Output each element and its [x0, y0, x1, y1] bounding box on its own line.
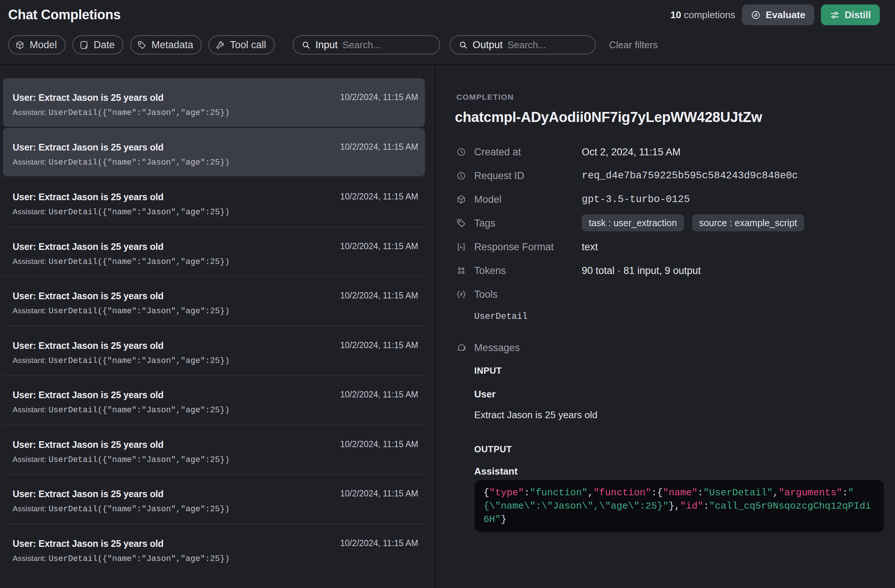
tool-name: UserDetail	[474, 311, 528, 321]
chat-completions-page: Chat Completions 10 completions Evaluate…	[0, 0, 895, 588]
detail-value: gpt-3.5-turbo-0125	[582, 194, 690, 205]
item-assistant-text: Assistant: UserDetail({"name":"Jason","a…	[13, 355, 418, 366]
detail-row-response-format: Response Formattext	[457, 240, 882, 254]
completions-count: 10 completions	[670, 9, 735, 21]
detail-row-created-at: Created atOct 2, 2024, 11:15 AM	[457, 145, 882, 159]
speech-bubble-icon	[457, 343, 474, 353]
detail-label: Tools	[474, 289, 582, 300]
output-role: Assistant	[474, 466, 517, 477]
evaluate-button-label: Evaluate	[766, 9, 805, 21]
tag-chip: source : example_script	[692, 214, 804, 231]
completion-list-item[interactable]: User: Extract Jason is 25 years old Assi…	[3, 524, 425, 574]
detail-label: Tokens	[474, 265, 582, 277]
completion-id: chatcmpl-ADyAodii0NF7ig7yLepWW428UJtZw	[455, 109, 762, 125]
evaluate-icon	[751, 10, 761, 20]
info-icon	[457, 171, 474, 180]
completion-list-item[interactable]: User: Extract Jason is 25 years old Assi…	[3, 227, 425, 277]
completions-count-number: 10	[670, 9, 681, 20]
filter-pill-label: Tool call	[230, 39, 266, 51]
tag-icon	[457, 218, 474, 228]
braces-function-icon	[457, 289, 474, 299]
detail-label: Model	[474, 194, 582, 205]
detail-value: req_d4e7ba759225b595c584243d9c848e0c	[582, 170, 798, 181]
completion-eyebrow: COMPLETION	[457, 93, 514, 102]
filter-pill-label: Date	[94, 39, 115, 51]
input-search-placeholder: Search...	[343, 39, 381, 51]
page-title: Chat Completions	[8, 7, 120, 23]
item-timestamp: 10/2/2024, 11:15 AM	[340, 489, 418, 499]
calendar-icon	[79, 40, 89, 50]
output-search-placeholder: Search...	[508, 39, 546, 51]
completion-list-item[interactable]: User: Extract Jason is 25 years old Assi…	[3, 177, 425, 227]
detail-value: text	[582, 241, 598, 253]
input-search-field[interactable]: Input Search...	[293, 35, 440, 55]
item-timestamp: 10/2/2024, 11:15 AM	[340, 439, 418, 449]
completion-list-item[interactable]: User: Extract Jason is 25 years old Assi…	[3, 326, 425, 376]
messages-label: Messages	[474, 342, 520, 354]
detail-label: Created at	[474, 147, 582, 158]
item-timestamp: 10/2/2024, 11:15 AM	[340, 92, 418, 102]
tags-chips: task : user_extractionsource : example_s…	[582, 214, 804, 231]
completion-list-item[interactable]: User: Extract Jason is 25 years old Assi…	[3, 128, 425, 177]
item-timestamp: 10/2/2024, 11:15 AM	[340, 142, 418, 152]
item-timestamp: 10/2/2024, 11:15 AM	[340, 291, 418, 301]
filter-pill-metadata[interactable]: Metadata	[130, 35, 202, 55]
input-message-text: Extract Jason is 25 years old	[474, 409, 597, 421]
response-format-icon	[457, 242, 474, 252]
item-timestamp: 10/2/2024, 11:15 AM	[340, 340, 418, 350]
detail-value: Oct 2, 2024, 11:15 AM	[582, 147, 681, 158]
search-icon	[459, 40, 468, 50]
distill-button-label: Distill	[845, 9, 871, 21]
detail-row-tags: Tagstask : user_extractionsource : examp…	[457, 217, 882, 230]
filter-pill-model[interactable]: Model	[8, 35, 66, 55]
filter-pill-tool-call[interactable]: Tool call	[208, 35, 275, 55]
detail-row-request-id: Request IDreq_d4e7ba759225b595c584243d9c…	[457, 169, 882, 182]
clear-filters-button[interactable]: Clear filters	[609, 39, 658, 51]
grid-dots-icon	[457, 266, 474, 276]
detail-label: Tags	[474, 218, 582, 229]
item-assistant-text: Assistant: UserDetail({"name":"Jason","a…	[13, 306, 418, 317]
completion-list-item[interactable]: User: Extract Jason is 25 years old Assi…	[3, 276, 425, 326]
output-search-label: Output	[473, 39, 503, 51]
search-icon	[302, 40, 311, 50]
sliders-icon	[830, 10, 840, 20]
distill-button[interactable]: Distill	[821, 5, 880, 25]
filter-bar: ModelDateMetadataTool call Input Search.…	[8, 35, 658, 55]
completion-detail-panel: COMPLETION chatcmpl-ADyAodii0NF7ig7yLepW…	[435, 65, 895, 588]
completion-list-item[interactable]: User: Extract Jason is 25 years old Assi…	[3, 375, 425, 425]
input-section-heading: INPUT	[474, 365, 502, 376]
detail-value: 90 total · 81 input, 9 output	[582, 265, 701, 277]
wrench-icon	[215, 40, 225, 50]
item-timestamp: 10/2/2024, 11:15 AM	[340, 241, 418, 252]
item-assistant-text: Assistant: UserDetail({"name":"Jason","a…	[13, 503, 418, 515]
detail-row-tools: Tools	[457, 288, 882, 301]
detail-label: Response Format	[474, 241, 582, 253]
output-search-field[interactable]: Output Search...	[450, 35, 596, 55]
item-assistant-text: Assistant: UserDetail({"name":"Jason","a…	[13, 454, 418, 465]
detail-label: Request ID	[474, 170, 582, 182]
output-code-block: {"type":"function","function":{"name":"U…	[475, 480, 884, 532]
filter-pill-label: Metadata	[152, 39, 194, 51]
input-role: User	[474, 388, 496, 400]
item-timestamp: 10/2/2024, 11:15 AM	[340, 192, 418, 202]
cube-icon	[457, 195, 474, 204]
evaluate-button[interactable]: Evaluate	[742, 5, 814, 25]
tag-icon	[137, 40, 146, 50]
cube-icon	[15, 40, 24, 50]
completions-count-label: completions	[681, 9, 735, 20]
completions-list: User: Extract Jason is 25 years old Assi…	[0, 65, 434, 588]
item-assistant-text: Assistant: UserDetail({"name":"Jason","a…	[13, 405, 418, 415]
completion-list-item[interactable]: User: Extract Jason is 25 years old Assi…	[3, 425, 425, 474]
filter-pill-date[interactable]: Date	[72, 35, 123, 55]
item-timestamp: 10/2/2024, 11:15 AM	[340, 538, 418, 548]
item-timestamp: 10/2/2024, 11:15 AM	[340, 389, 418, 400]
clock-icon	[457, 147, 474, 157]
header-actions: 10 completions Evaluate Distill	[670, 5, 880, 25]
item-assistant-text: Assistant: UserDetail({"name":"Jason","a…	[13, 553, 418, 564]
output-section-heading: OUTPUT	[474, 444, 512, 455]
filter-pill-label: Model	[30, 39, 57, 51]
completion-list-item[interactable]: User: Extract Jason is 25 years old Assi…	[3, 78, 425, 128]
completion-list-item[interactable]: User: Extract Jason is 25 years old Assi…	[3, 474, 425, 524]
item-assistant-text: Assistant: UserDetail({"name":"Jason","a…	[13, 107, 418, 118]
messages-row: Messages	[457, 341, 520, 355]
